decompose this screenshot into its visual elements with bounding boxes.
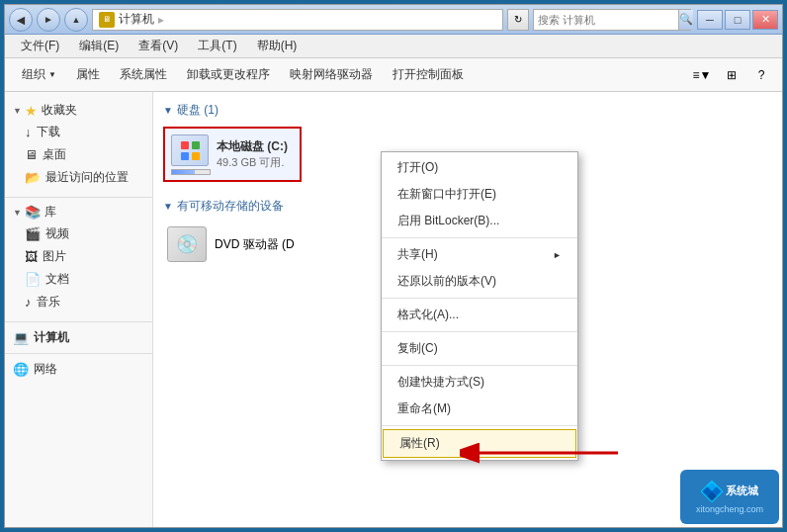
watermark-url: xitongcheng.com (696, 504, 763, 514)
forward-button[interactable]: ► (37, 8, 60, 32)
drive-c-bar (172, 170, 195, 174)
sidebar-sep-3 (5, 353, 152, 354)
properties-button[interactable]: 属性 (67, 62, 109, 88)
sidebar-library-section: ▼ 📚 库 🎬 视频 🖼 图片 📄 文档 ♪ 音 (5, 202, 152, 313)
sidebar-item-downloads[interactable]: ↓ 下载 (5, 121, 152, 143)
help-button[interactable]: ? (748, 63, 774, 87)
sidebar-item-computer[interactable]: 💻 计算机 (5, 326, 152, 349)
maximize-button[interactable]: □ (725, 10, 750, 30)
search-button[interactable]: 🔍 (678, 10, 693, 30)
favorites-label: 收藏夹 (42, 102, 77, 119)
pictures-icon: 🖼 (25, 249, 38, 264)
view-toggle-button[interactable]: ≡▼ (689, 63, 715, 87)
sidebar-recent-label: 最近访问的位置 (45, 169, 129, 186)
title-bar: ◄ ► ▲ 🖥 计算机 ▸ ↻ 🔍 ─ □ ✕ (5, 5, 782, 35)
content-area: ▼ 硬盘 (1) (153, 92, 782, 527)
sidebar-video-label: 视频 (45, 225, 69, 242)
drive-c-space: 49.3 GB 可用. (217, 155, 294, 170)
sidebar-network-label: 网络 (34, 361, 57, 378)
window-controls: ─ □ ✕ (697, 10, 778, 30)
ctx-restore-prev[interactable]: 还原以前的版本(V) (382, 268, 577, 295)
menu-help[interactable]: 帮助(H) (249, 36, 306, 56)
address-separator: ▸ (158, 13, 164, 27)
sidebar-item-recent[interactable]: 📂 最近访问的位置 (5, 166, 152, 189)
watermark-diamond-icon (701, 481, 723, 502)
hard-disk-label: 硬盘 (1) (177, 102, 219, 119)
windows-logo (181, 141, 201, 161)
removable-label: 有可移动存储的设备 (177, 198, 284, 215)
drive-c-image (171, 134, 209, 166)
drive-c[interactable]: 本地磁盘 (C:) 49.3 GB 可用. (163, 127, 302, 182)
menu-view[interactable]: 查看(V) (131, 36, 186, 56)
system-properties-button[interactable]: 系统属性 (111, 62, 176, 88)
address-bar[interactable]: 🖥 计算机 ▸ (92, 9, 503, 31)
ctx-copy[interactable]: 复制(C) (382, 335, 577, 362)
sidebar-item-music[interactable]: ♪ 音乐 (5, 291, 152, 313)
computer-icon: 💻 (13, 330, 29, 345)
control-panel-button[interactable]: 打开控制面板 (384, 62, 473, 88)
toolbar: 组织 ▼ 属性 系统属性 卸载或更改程序 映射网络驱动器 打开控制面板 ≡▼ ⊞… (5, 58, 782, 92)
minimize-button[interactable]: ─ (697, 10, 723, 30)
ctx-share[interactable]: 共享(H) ► (382, 241, 577, 268)
search-bar[interactable]: 🔍 (533, 9, 691, 31)
menu-edit[interactable]: 编辑(E) (71, 36, 127, 56)
ctx-properties[interactable]: 属性(R) (383, 429, 576, 458)
hard-disk-header: ▼ 硬盘 (1) (163, 102, 772, 119)
organize-button[interactable]: 组织 ▼ (13, 62, 65, 88)
ctx-sep-2 (382, 298, 577, 299)
sidebar-pictures-label: 图片 (43, 248, 66, 265)
sidebar-sep-2 (5, 321, 152, 322)
hard-disk-arrow[interactable]: ▼ (163, 105, 173, 116)
search-input[interactable] (534, 14, 678, 26)
map-drive-button[interactable]: 映射网络驱动器 (281, 62, 382, 88)
uninstall-button[interactable]: 卸载或更改程序 (178, 62, 279, 88)
watermark: 系统城 xitongcheng.com (680, 470, 779, 524)
refresh-button[interactable]: ↻ (507, 9, 529, 31)
main-window: ◄ ► ▲ 🖥 计算机 ▸ ↻ 🔍 ─ □ ✕ 文件(F) 编辑(E) 查看(V… (4, 4, 783, 528)
view-grid-button[interactable]: ⊞ (719, 63, 744, 87)
ctx-rename[interactable]: 重命名(M) (382, 396, 577, 422)
sidebar-computer-label: 计算机 (34, 329, 69, 346)
sidebar-desktop-label: 桌面 (43, 146, 66, 163)
sidebar-item-desktop[interactable]: 🖥 桌面 (5, 143, 152, 166)
ctx-share-arrow: ► (553, 250, 562, 260)
dvd-name: DVD 驱动器 (D (215, 236, 295, 253)
dvd-icon: 💿 (167, 226, 207, 262)
close-button[interactable]: ✕ (752, 10, 778, 30)
ctx-bitlocker[interactable]: 启用 BitLocker(B)... (382, 208, 577, 234)
sidebar-item-video[interactable]: 🎬 视频 (5, 222, 152, 245)
sidebar-favorites-section: ▼ ★ 收藏夹 ↓ 下载 🖥 桌面 📂 最近访问的位置 (5, 100, 152, 189)
library-arrow: ▼ (13, 208, 22, 218)
ctx-open-new-window[interactable]: 在新窗口中打开(E) (382, 181, 577, 208)
removable-arrow[interactable]: ▼ (163, 201, 173, 212)
drive-c-info: 本地磁盘 (C:) 49.3 GB 可用. (217, 138, 294, 170)
sidebar-item-documents[interactable]: 📄 文档 (5, 268, 152, 291)
ctx-create-shortcut[interactable]: 创建快捷方式(S) (382, 369, 577, 396)
ctx-sep-4 (382, 365, 577, 366)
view-controls: ≡▼ ⊞ ? (689, 63, 774, 87)
watermark-brand: 系统城 (726, 484, 758, 498)
sidebar-item-pictures[interactable]: 🖼 图片 (5, 245, 152, 268)
menu-tools[interactable]: 工具(T) (190, 36, 244, 56)
up-button[interactable]: ▲ (64, 8, 88, 32)
menu-file[interactable]: 文件(F) (13, 36, 67, 56)
sidebar-item-network[interactable]: 🌐 网络 (5, 358, 152, 381)
sidebar-library-header[interactable]: ▼ 📚 库 (5, 202, 152, 222)
logo-red (181, 141, 189, 149)
favorites-arrow: ▼ (13, 106, 22, 116)
title-bar-left: ◄ ► ▲ 🖥 计算机 ▸ ↻ 🔍 (9, 8, 691, 32)
address-icon: 🖥 (99, 12, 115, 28)
address-text: 计算机 (119, 11, 154, 28)
ctx-format[interactable]: 格式化(A)... (382, 302, 577, 328)
recent-icon: 📂 (25, 170, 41, 185)
sidebar-favorites-header[interactable]: ▼ ★ 收藏夹 (5, 100, 152, 121)
back-button[interactable]: ◄ (9, 8, 33, 32)
favorites-star-icon: ★ (25, 103, 38, 119)
downloads-icon: ↓ (25, 125, 32, 139)
library-icon: 📚 (25, 205, 41, 220)
sidebar: ▼ ★ 收藏夹 ↓ 下载 🖥 桌面 📂 最近访问的位置 (5, 92, 153, 527)
drive-c-bar-container (171, 169, 211, 175)
menu-bar: 文件(F) 编辑(E) 查看(V) 工具(T) 帮助(H) (5, 35, 782, 58)
ctx-open[interactable]: 打开(O) (382, 154, 577, 181)
documents-icon: 📄 (25, 272, 41, 287)
